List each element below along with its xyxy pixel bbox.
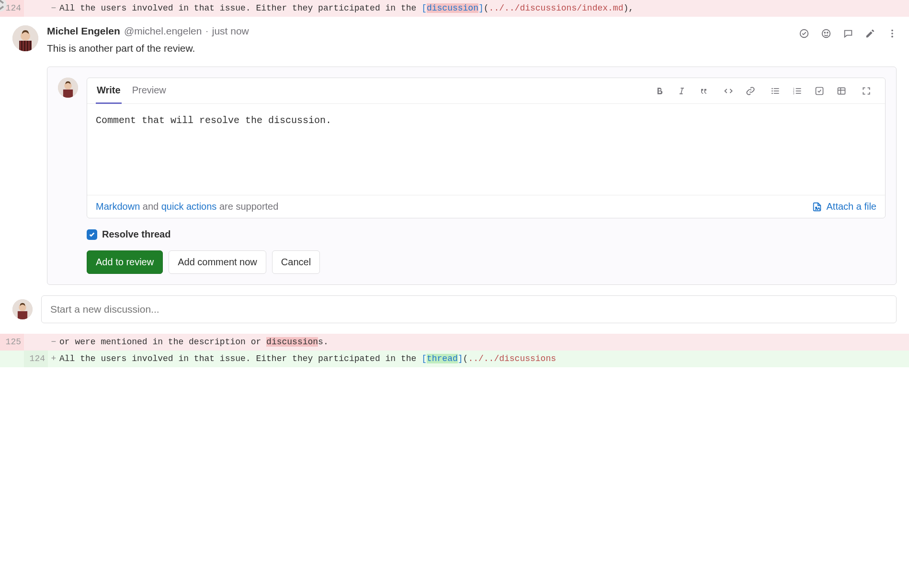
svg-rect-32 — [18, 311, 27, 319]
diff-line[interactable]: 124−All the users involved in that issue… — [0, 0, 909, 17]
new-line-number[interactable]: 124 — [24, 351, 48, 367]
table-icon[interactable] — [835, 85, 848, 97]
kebab-menu-icon[interactable] — [886, 27, 898, 40]
svg-rect-19 — [796, 90, 801, 91]
collapse-thread-handle[interactable] — [0, 0, 7, 11]
svg-rect-2 — [19, 41, 32, 51]
svg-point-29 — [891, 33, 893, 34]
quick-actions-link[interactable]: quick actions — [161, 201, 217, 212]
diff-sign: − — [48, 334, 59, 351]
link-icon[interactable] — [744, 85, 757, 97]
diff-code: All the users involved in that issue. Ei… — [59, 351, 909, 367]
attach-file-button[interactable]: Attach a file — [812, 201, 876, 212]
svg-point-9 — [772, 88, 773, 89]
new-line-number[interactable] — [24, 334, 48, 351]
author-name[interactable]: Michel Engelen — [47, 25, 120, 37]
svg-rect-12 — [774, 88, 779, 89]
svg-point-26 — [824, 32, 825, 33]
diff-sign: − — [48, 0, 59, 17]
diff-code: All the users involved in that issue. Ei… — [59, 0, 909, 17]
diff-line[interactable]: 124+All the users involved in that issue… — [0, 351, 909, 367]
add-to-review-button[interactable]: Add to review — [87, 250, 163, 274]
bold-icon[interactable] — [653, 85, 666, 97]
diff-line[interactable]: 125−or were mentioned in the description… — [0, 334, 909, 351]
old-line-number[interactable]: 125 — [0, 334, 24, 351]
svg-rect-13 — [774, 90, 779, 91]
fullscreen-icon[interactable] — [860, 85, 873, 97]
edit-icon[interactable] — [864, 27, 876, 40]
svg-point-8 — [64, 82, 72, 90]
tab-preview[interactable]: Preview — [131, 78, 167, 104]
svg-point-27 — [827, 32, 828, 33]
svg-rect-22 — [838, 88, 845, 94]
svg-point-30 — [891, 36, 893, 38]
svg-point-11 — [772, 92, 773, 94]
diff-code: or were mentioned in the description or … — [59, 334, 909, 351]
svg-point-28 — [891, 30, 893, 32]
italic-icon[interactable] — [675, 85, 688, 97]
svg-text:3: 3 — [793, 91, 795, 94]
tasklist-icon[interactable] — [813, 85, 826, 97]
comment-thread: Michel Engelen @michel.engelen · just no… — [0, 17, 909, 334]
comment-header: Michel Engelen @michel.engelen · just no… — [47, 25, 897, 37]
numbered-list-icon[interactable]: 123 — [791, 85, 804, 97]
svg-rect-20 — [796, 93, 801, 94]
diff-sign: + — [48, 351, 59, 367]
bullet-list-icon[interactable] — [769, 85, 782, 97]
resolve-thread-label: Resolve thread — [102, 229, 170, 240]
resolve-thread-checkbox[interactable] — [87, 229, 97, 240]
cancel-button[interactable]: Cancel — [272, 250, 320, 274]
svg-point-10 — [772, 90, 773, 91]
avatar[interactable] — [12, 25, 38, 51]
reply-icon[interactable] — [842, 27, 854, 40]
comment-time: just now — [212, 25, 249, 37]
editor-help-text: Markdown and quick actions are supported — [96, 201, 278, 212]
comment-textarea[interactable] — [87, 104, 885, 195]
markdown-link[interactable]: Markdown — [96, 201, 140, 212]
reply-panel: Write Preview — [47, 67, 897, 285]
author-handle[interactable]: @michel.engelen — [124, 25, 202, 37]
avatar[interactable] — [12, 299, 33, 319]
add-comment-now-button[interactable]: Add comment now — [169, 250, 266, 274]
comment-editor: Write Preview — [87, 78, 886, 218]
resolve-check-icon[interactable] — [798, 27, 810, 40]
svg-rect-18 — [796, 88, 801, 89]
new-discussion-input[interactable] — [41, 295, 897, 323]
svg-point-25 — [822, 30, 830, 38]
old-line-number[interactable] — [0, 351, 24, 367]
tab-write[interactable]: Write — [96, 78, 122, 104]
svg-rect-7 — [63, 90, 73, 98]
avatar[interactable] — [58, 78, 78, 98]
code-icon[interactable] — [722, 85, 735, 97]
editor-toolbar: 123 — [649, 85, 876, 97]
svg-rect-14 — [774, 93, 779, 94]
comment-body-text: This is another part of the review. — [47, 43, 897, 54]
emoji-icon[interactable] — [820, 27, 832, 40]
svg-point-33 — [19, 304, 26, 311]
quote-icon[interactable] — [697, 85, 710, 97]
new-line-number[interactable] — [24, 0, 48, 17]
svg-rect-21 — [816, 87, 823, 94]
svg-point-5 — [21, 31, 30, 41]
